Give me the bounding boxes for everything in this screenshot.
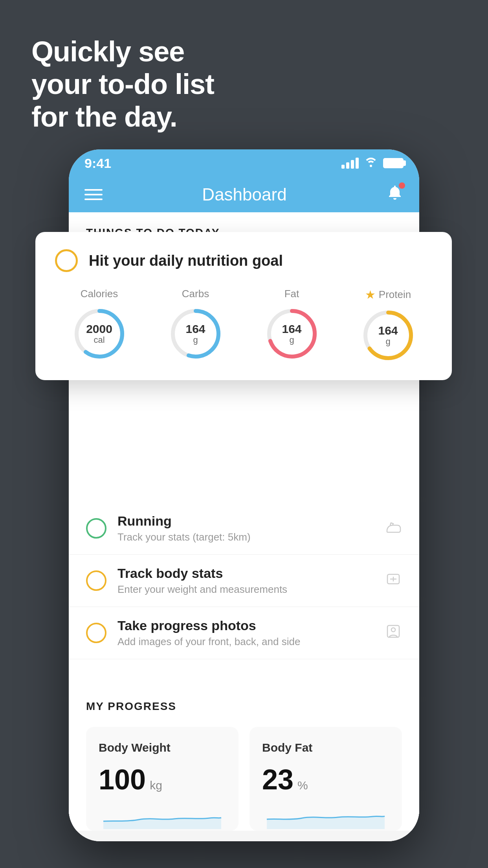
carbs-label: Carbs bbox=[182, 288, 209, 300]
protein-unit: g bbox=[378, 337, 398, 346]
body-fat-card[interactable]: Body Fat 23 % bbox=[250, 727, 402, 831]
nav-bar: Dashboard bbox=[69, 177, 419, 212]
nutrition-check-circle bbox=[55, 249, 78, 272]
nutrition-card-header: Hit your daily nutrition goal bbox=[55, 249, 432, 272]
nutrition-card-title: Hit your daily nutrition goal bbox=[89, 252, 283, 269]
wifi-icon bbox=[364, 156, 378, 170]
todo-item-running[interactable]: Running Track your stats (target: 5km) bbox=[69, 502, 419, 555]
calories-value: 2000 bbox=[86, 322, 112, 335]
protein-text: 164 g bbox=[378, 324, 398, 346]
stat-calories: Calories 2000 cal bbox=[72, 288, 127, 361]
bell-icon[interactable] bbox=[386, 184, 404, 205]
hero-line1: Quickly see bbox=[31, 35, 214, 68]
star-icon: ★ bbox=[365, 288, 376, 302]
carbs-unit: g bbox=[185, 335, 205, 345]
protein-circle: 164 g bbox=[361, 308, 416, 363]
hero-text: Quickly see your to-do list for the day. bbox=[31, 35, 214, 133]
body-weight-unit: kg bbox=[150, 779, 162, 792]
nutrition-stats: Calories 2000 cal Carbs bbox=[55, 288, 432, 363]
fat-circle: 164 g bbox=[264, 306, 319, 361]
notification-dot bbox=[399, 182, 405, 189]
body-fat-sparkline bbox=[262, 805, 389, 829]
hamburger-line bbox=[84, 189, 103, 191]
body-weight-title: Body Weight bbox=[99, 741, 226, 754]
todo-name-running: Running bbox=[117, 513, 377, 529]
body-fat-num: 23 bbox=[262, 765, 294, 794]
hero-line3: for the day. bbox=[31, 101, 214, 133]
person-icon bbox=[385, 623, 402, 644]
todo-text-running: Running Track your stats (target: 5km) bbox=[117, 513, 377, 543]
todo-text-body-stats: Track body stats Enter your weight and m… bbox=[117, 566, 377, 596]
calories-circle: 2000 cal bbox=[72, 306, 127, 361]
stat-protein: ★ Protein 164 g bbox=[361, 288, 416, 363]
my-progress-section: MY PROGRESS Body Weight 100 kg bbox=[69, 683, 419, 831]
body-weight-value: 100 kg bbox=[99, 765, 226, 794]
hamburger-line bbox=[84, 194, 103, 195]
body-weight-sparkline bbox=[99, 805, 226, 829]
svg-point-4 bbox=[391, 628, 395, 632]
todo-circle-running bbox=[86, 518, 106, 539]
status-time: 9:41 bbox=[84, 156, 111, 171]
todo-sub-body-stats: Enter your weight and measurements bbox=[117, 583, 377, 596]
calories-label: Calories bbox=[81, 288, 118, 300]
fat-value: 164 bbox=[282, 322, 301, 335]
fat-unit: g bbox=[282, 335, 301, 345]
protein-value: 164 bbox=[378, 324, 398, 337]
todo-circle-progress-photos bbox=[86, 623, 106, 643]
nav-title: Dashboard bbox=[202, 185, 286, 204]
todo-name-progress-photos: Take progress photos bbox=[117, 618, 377, 633]
progress-title: MY PROGRESS bbox=[86, 700, 402, 713]
carbs-text: 164 g bbox=[185, 322, 205, 345]
todo-circle-body-stats bbox=[86, 570, 106, 591]
todo-sub-running: Track your stats (target: 5km) bbox=[117, 531, 377, 543]
signal-bars-icon bbox=[341, 158, 359, 169]
calories-unit: cal bbox=[86, 335, 112, 345]
protein-label-container: ★ Protein bbox=[365, 288, 411, 302]
todo-name-body-stats: Track body stats bbox=[117, 566, 377, 581]
carbs-value: 164 bbox=[185, 322, 205, 335]
shoe-icon bbox=[385, 518, 402, 539]
body-fat-value: 23 % bbox=[262, 765, 389, 794]
protein-label: Protein bbox=[379, 289, 411, 301]
todo-item-body-stats[interactable]: Track body stats Enter your weight and m… bbox=[69, 555, 419, 607]
todo-sub-progress-photos: Add images of your front, back, and side bbox=[117, 636, 377, 648]
nutrition-card: Hit your daily nutrition goal Calories 2… bbox=[35, 232, 452, 380]
fat-label: Fat bbox=[284, 288, 299, 300]
stat-fat: Fat 164 g bbox=[264, 288, 319, 361]
body-weight-num: 100 bbox=[99, 765, 146, 794]
battery-icon bbox=[383, 158, 404, 168]
scale-icon bbox=[385, 570, 402, 591]
stat-carbs: Carbs 164 g bbox=[168, 288, 223, 361]
hamburger-menu[interactable] bbox=[84, 189, 103, 200]
fat-text: 164 g bbox=[282, 322, 301, 345]
status-icons bbox=[341, 156, 404, 170]
status-bar: 9:41 bbox=[69, 149, 419, 177]
body-fat-title: Body Fat bbox=[262, 741, 389, 754]
calories-text: 2000 cal bbox=[86, 322, 112, 345]
todo-item-progress-photos[interactable]: Take progress photos Add images of your … bbox=[69, 607, 419, 659]
todo-text-progress-photos: Take progress photos Add images of your … bbox=[117, 618, 377, 648]
hero-line2: your to-do list bbox=[31, 68, 214, 101]
hamburger-line bbox=[84, 199, 103, 200]
body-weight-card[interactable]: Body Weight 100 kg bbox=[86, 727, 238, 831]
progress-cards: Body Weight 100 kg Body Fat bbox=[86, 727, 402, 831]
body-fat-unit: % bbox=[297, 779, 308, 792]
carbs-circle: 164 g bbox=[168, 306, 223, 361]
todo-list: Running Track your stats (target: 5km) bbox=[69, 502, 419, 659]
